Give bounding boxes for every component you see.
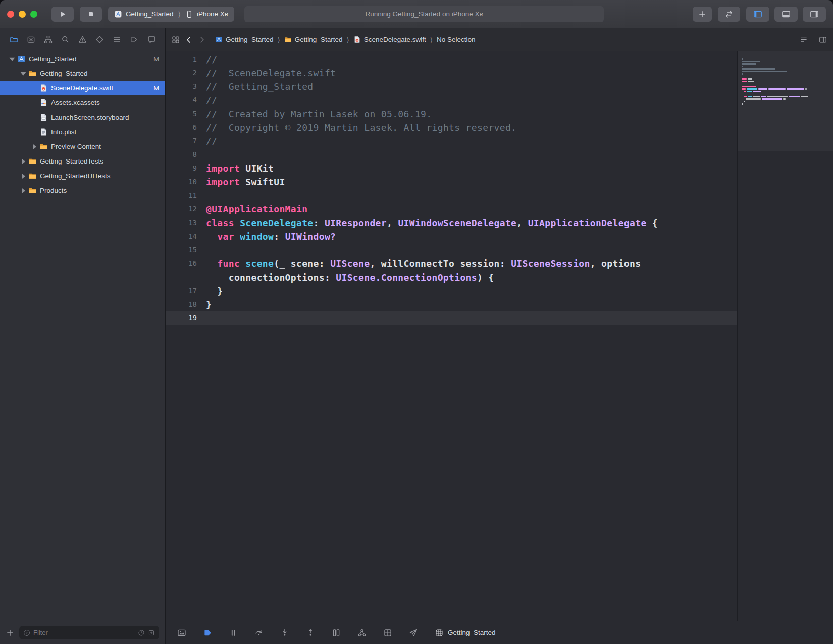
source-control-navigator-tab[interactable] [24,33,37,46]
library-button[interactable] [693,7,712,22]
disclosure-closed-icon[interactable] [18,186,28,196]
line-number: 7 [166,134,197,148]
minimize-window-button[interactable] [19,11,26,18]
running-process-chip[interactable]: Getting_Started [427,627,496,639]
folder-file-icon [28,186,37,195]
memory-graph-button[interactable] [357,628,367,638]
breakpoints-toggle-button[interactable] [202,628,213,638]
back-button[interactable] [185,36,193,44]
filter-field[interactable] [19,626,159,639]
search-icon [61,35,70,44]
tree-item-getting-started[interactable]: Getting_Started [0,66,165,81]
diamond-icon [95,35,104,44]
zoom-window-button[interactable] [30,11,37,18]
forward-button[interactable] [198,36,206,44]
window-controls [7,11,37,18]
folder-file-icon [28,172,37,180]
toolbar: Getting_Started ⟩ iPhone Xʀ Running Gett… [0,0,833,28]
disclosure-closed-icon[interactable] [29,142,39,152]
toggle-inspector-button[interactable] [803,7,826,22]
editor-swap-button[interactable] [718,7,740,22]
step-out-button[interactable] [305,628,316,638]
disclosure-open-icon[interactable] [18,69,28,79]
line-number: 2 [166,66,197,80]
xcode-window: Getting_Started ⟩ iPhone Xʀ Running Gett… [0,0,833,644]
tree-item-getting-starteduitests[interactable]: Getting_StartedUITests [0,169,165,183]
editor-options-button[interactable] [800,36,808,44]
breadcrumb-item-getting-started[interactable]: Getting_Started [215,36,274,43]
project-doc-icon [215,36,223,43]
breakpoint-navigator-tab[interactable] [128,33,141,46]
scheme-device-label: iPhone Xʀ [197,10,228,18]
tree-item-info-plist[interactable]: Info.plist [0,125,165,139]
stop-icon [87,10,95,18]
add-editor-button[interactable] [819,36,827,44]
tree-item-products[interactable]: Products [0,183,165,198]
code-editor[interactable]: 1//2// SceneDelegate.swift3// Getting_St… [166,51,737,621]
tree-item-launchscreen-storyboard[interactable]: LaunchScreen.storyboard [0,110,165,125]
related-items-button[interactable] [172,36,180,44]
tree-item-scenedelegate-swift[interactable]: SceneDelegate.swiftM [0,81,165,95]
recent-files-filter-icon[interactable] [138,629,145,636]
code-line-9: 9import UIKit [166,162,737,175]
source-control-filter-icon[interactable] [148,629,155,636]
symbol-icon [44,35,53,44]
grid-square-icon [383,628,392,637]
disclosure-closed-icon[interactable] [18,171,28,181]
issue-navigator-tab[interactable] [76,33,89,46]
tree-item-getting-started[interactable]: Getting_StartedM [0,51,165,66]
tree-item-getting-startedtests[interactable]: Getting_StartedTests [0,154,165,169]
editor-body: 1//2// SceneDelegate.swift3// Getting_St… [166,51,833,621]
breadcrumb-item-getting-started[interactable]: Getting_Started [284,36,343,43]
toggle-debug-area-button[interactable] [774,7,798,22]
code-line-11: 11 [166,189,737,202]
editor-display-button[interactable] [177,628,187,638]
code-line-19: 19 [166,311,737,325]
swift-file-icon [39,84,48,92]
filter-input[interactable] [33,629,135,636]
filter-icon [23,629,30,636]
environment-overrides-button[interactable] [383,628,393,638]
process-name: Getting_Started [448,629,496,636]
code-line-12: 12@UIApplicationMain [166,202,737,216]
breakpoint-arrow-icon [203,628,212,637]
code-line-15: 15 [166,243,737,257]
debug-navigator-tab[interactable] [111,33,124,46]
report-navigator-tab[interactable] [145,33,158,46]
disclosure-closed-icon[interactable] [18,156,28,167]
simulate-location-button[interactable] [408,628,419,638]
find-navigator-tab[interactable] [59,33,72,46]
tree-item-assets-xcassets[interactable]: Assets.xcassets [0,95,165,110]
project-navigator-tab[interactable] [7,33,20,46]
run-button[interactable] [51,7,74,22]
source-control-icon [27,35,35,44]
code-line-8: 8 [166,148,737,162]
breadcrumb-item-no-selection[interactable]: No Selection [437,36,476,43]
toggle-navigator-button[interactable] [746,7,769,22]
file-tree: Getting_StartedMGetting_StartedSceneDele… [0,51,165,621]
close-window-button[interactable] [7,11,14,18]
app-icon [114,10,122,18]
view-hierarchy-button[interactable] [331,628,341,638]
navigator-sidebar: Getting_StartedMGetting_StartedSceneDele… [0,28,166,644]
swap-arrows-icon [725,10,733,18]
step-into-button[interactable] [280,628,290,638]
chevron-left-icon [185,36,193,44]
breadcrumb-item-scenedelegate-swift[interactable]: SceneDelegate.swift [353,36,426,43]
test-navigator-tab[interactable] [93,33,107,46]
app-grid-icon [435,629,443,637]
scheme-selector[interactable]: Getting_Started ⟩ iPhone Xʀ [108,7,234,22]
symbol-navigator-tab[interactable] [41,33,55,46]
stop-button[interactable] [80,7,102,22]
line-number: 9 [166,162,197,175]
tree-item-preview-content[interactable]: Preview Content [0,139,165,154]
disclosure-open-icon[interactable] [7,54,17,64]
main-area: Getting_StartedMGetting_StartedSceneDele… [0,28,833,644]
paper-plane-icon [409,628,418,637]
warning-icon [78,35,87,44]
editor-options-icon [800,36,808,44]
pause-button[interactable] [228,628,238,638]
step-over-button[interactable] [254,628,264,638]
add-file-button[interactable] [6,629,14,637]
minimap[interactable] [737,51,833,621]
